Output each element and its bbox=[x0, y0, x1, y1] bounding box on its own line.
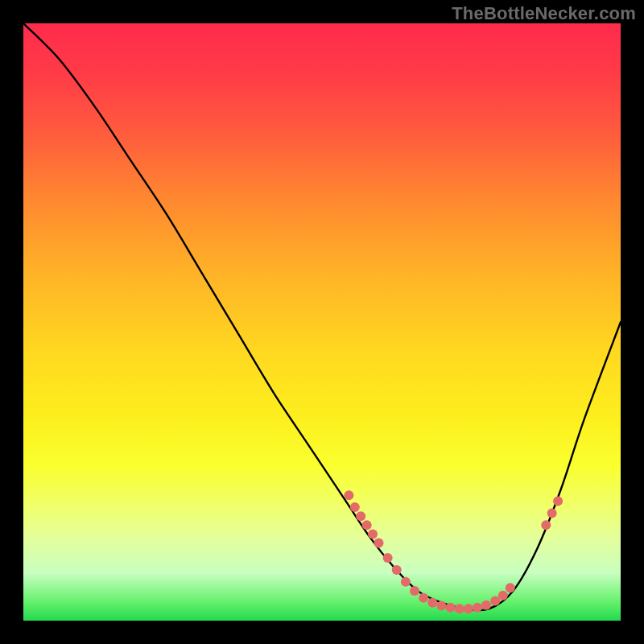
data-marker bbox=[368, 529, 378, 539]
data-marker bbox=[350, 502, 360, 512]
data-marker bbox=[383, 553, 393, 563]
plot-area bbox=[23, 23, 621, 621]
data-marker bbox=[506, 583, 515, 592]
data-marker bbox=[410, 586, 419, 596]
data-marker bbox=[344, 490, 353, 500]
data-marker bbox=[464, 604, 473, 613]
data-marker bbox=[547, 508, 557, 518]
data-marker bbox=[553, 497, 563, 506]
data-marker bbox=[446, 603, 456, 613]
data-markers bbox=[344, 490, 563, 613]
data-marker bbox=[455, 604, 464, 613]
data-marker bbox=[541, 520, 551, 530]
bottleneck-curve bbox=[23, 23, 621, 610]
data-marker bbox=[419, 593, 428, 603]
data-marker bbox=[427, 598, 437, 608]
chart-stage: TheBottleNecker.com bbox=[0, 0, 644, 644]
data-marker bbox=[392, 565, 402, 575]
data-marker bbox=[401, 577, 411, 587]
chart-svg bbox=[23, 23, 621, 621]
data-marker bbox=[436, 601, 446, 610]
data-marker bbox=[374, 539, 383, 548]
watermark-text: TheBottleNecker.com bbox=[452, 3, 636, 24]
data-marker bbox=[498, 591, 508, 601]
data-marker bbox=[356, 511, 365, 521]
data-marker bbox=[473, 603, 482, 613]
data-marker bbox=[362, 520, 372, 530]
data-marker bbox=[481, 601, 491, 610]
